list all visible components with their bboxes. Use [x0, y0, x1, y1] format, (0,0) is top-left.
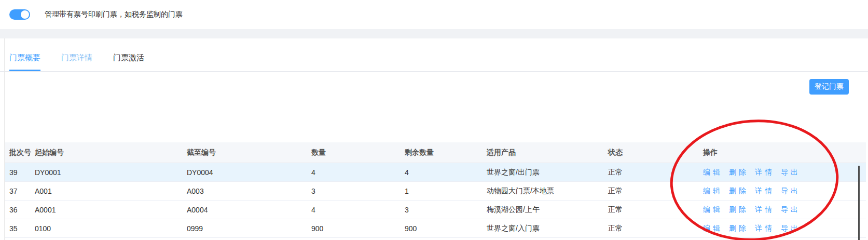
col-header-end: 截至编号: [187, 148, 311, 157]
row-actions: 编辑删除详情导出: [703, 224, 866, 233]
main-panel: 门票概要 门票详情 门票激活 登记门票 批次号 起始编号 截至编号 数量 剩余数…: [0, 38, 868, 240]
table-body: 39DY0001DY000444世界之窗/出门票正常编辑删除详情导出37A001…: [5, 163, 866, 240]
cell-product: 世界之窗/入门票: [487, 224, 608, 233]
action-details-link[interactable]: 详情: [755, 205, 775, 215]
cell-product: 动物园大门票/本地票: [487, 186, 608, 196]
cell-quantity: 3: [311, 187, 405, 195]
cell-product: 世界之窗/出门票: [487, 168, 608, 177]
table-row[interactable]: 36A0001A000443梅溪湖公园/上午正常编辑删除详情导出: [5, 201, 866, 219]
cell-remaining-quantity: 4: [405, 168, 487, 177]
cell-end-number: 0999: [187, 224, 311, 233]
cell-end-number: A0004: [187, 206, 311, 214]
cell-status: 正常: [608, 224, 703, 233]
action-delete-link[interactable]: 删除: [729, 205, 749, 215]
col-header-batch: 批次号: [9, 148, 35, 157]
ticket-batch-table: 批次号 起始编号 截至编号 数量 剩余数量 适用产品 状态 操作 39DY000…: [5, 142, 866, 240]
cell-start-number: A001: [35, 187, 187, 195]
row-actions: 编辑删除详情导出: [703, 168, 866, 177]
cell-start-number: A0001: [35, 206, 187, 214]
table-row[interactable]: 340001000333tan门票测试专用/去的票正常编辑删除详情导出: [5, 238, 866, 240]
cell-status: 正常: [608, 205, 703, 215]
toolbar: 登记门票: [0, 72, 868, 95]
cell-end-number: DY0004: [187, 168, 311, 177]
cell-quantity: 900: [311, 224, 405, 233]
action-delete-link[interactable]: 删除: [729, 224, 749, 233]
cell-batch-number: 39: [9, 168, 35, 177]
col-header-qty: 数量: [311, 148, 405, 157]
cell-quantity: 4: [311, 168, 405, 177]
action-delete-link[interactable]: 删除: [729, 186, 749, 196]
action-details-link[interactable]: 详情: [755, 224, 775, 233]
register-tickets-button[interactable]: 登记门票: [809, 79, 849, 95]
col-header-actions: 操作: [703, 148, 866, 157]
action-details-link[interactable]: 详情: [755, 186, 775, 196]
row-actions: 编辑删除详情导出: [703, 186, 866, 196]
action-edit-link[interactable]: 编辑: [703, 205, 723, 215]
cell-batch-number: 35: [9, 224, 35, 233]
action-export-link[interactable]: 导出: [781, 224, 801, 233]
cell-start-number: 0100: [35, 224, 187, 233]
action-edit-link[interactable]: 编辑: [703, 186, 723, 196]
action-edit-link[interactable]: 编辑: [703, 224, 723, 233]
action-details-link[interactable]: 详情: [755, 168, 775, 177]
section-divider: [0, 29, 868, 38]
tab-bar: 门票概要 门票详情 门票激活: [0, 38, 868, 72]
col-header-product: 适用产品: [487, 148, 608, 157]
cell-status: 正常: [608, 186, 703, 196]
row-actions: 编辑删除详情导出: [703, 205, 866, 215]
print-ticket-toggle[interactable]: [9, 9, 30, 20]
cell-batch-number: 37: [9, 187, 35, 195]
cell-end-number: A003: [187, 187, 311, 195]
tab-ticket-activation[interactable]: 门票激活: [113, 53, 144, 71]
cell-quantity: 4: [311, 206, 405, 214]
tab-ticket-details[interactable]: 门票详情: [61, 53, 92, 71]
action-export-link[interactable]: 导出: [781, 168, 801, 177]
cell-remaining-quantity: 900: [405, 224, 487, 233]
cell-status: 正常: [608, 168, 703, 177]
table-row[interactable]: 39DY0001DY000444世界之窗/出门票正常编辑删除详情导出: [5, 163, 866, 182]
cell-remaining-quantity: 3: [405, 206, 487, 214]
col-header-start: 起始编号: [35, 148, 187, 157]
cell-product: 梅溪湖公园/上午: [487, 205, 608, 215]
vertical-scrollbar-thumb[interactable]: [858, 166, 860, 240]
toggle-knob: [21, 10, 29, 19]
topbar: 管理带有票号印刷门票，如税务监制的门票: [0, 0, 868, 29]
action-delete-link[interactable]: 删除: [729, 168, 749, 177]
action-export-link[interactable]: 导出: [781, 205, 801, 215]
toggle-label: 管理带有票号印刷门票，如税务监制的门票: [45, 10, 183, 19]
cell-batch-number: 36: [9, 206, 35, 214]
table-row[interactable]: 3501000999900900世界之窗/入门票正常编辑删除详情导出: [5, 219, 866, 238]
action-edit-link[interactable]: 编辑: [703, 168, 723, 177]
cell-start-number: DY0001: [35, 168, 187, 177]
table-row[interactable]: 37A001A00331动物园大门票/本地票正常编辑删除详情导出: [5, 182, 866, 201]
table-header-row: 批次号 起始编号 截至编号 数量 剩余数量 适用产品 状态 操作: [5, 142, 866, 163]
tab-ticket-summary[interactable]: 门票概要: [9, 53, 40, 71]
col-header-status: 状态: [608, 148, 703, 157]
col-header-remain: 剩余数量: [405, 148, 487, 157]
cell-remaining-quantity: 1: [405, 187, 487, 195]
panel-left-border: [4, 38, 5, 240]
action-export-link[interactable]: 导出: [781, 186, 801, 196]
